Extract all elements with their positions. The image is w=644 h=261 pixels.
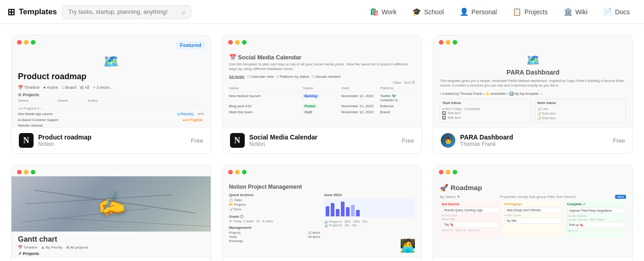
goals-title: Goals ⬡ (229, 215, 320, 219)
card-para-dashboard[interactable]: 🗺️ PARA Dashboard This template gives yo… (433, 35, 633, 154)
card-preview: 📅 Social Media Calendar Use this templat… (223, 35, 422, 128)
card-preview: Notion Project Management Quick Actions … (223, 165, 422, 257)
tab-projects-label: Projects (524, 8, 548, 16)
qa-item-1: 📋 Tasks (229, 198, 320, 203)
roadmap-columns: Not Started Rewrite Query Caching Logic … (440, 201, 626, 238)
tab-personal-label: Personal (472, 8, 497, 16)
bar-1 (326, 206, 329, 216)
card-footer: 👨 PARA Dashboard Thomas Frank Free (433, 128, 632, 153)
table-header: StatusOwnerDates (18, 99, 204, 104)
card-footer: N Gantt Chart Notion Free (12, 257, 211, 261)
sprint-label: Sprint 22 · Sprint 23 · Sprint 24 (442, 229, 499, 232)
svg-line-3 (21, 209, 150, 222)
card-preview: 🗺️ PARA Dashboard This template gives yo… (433, 35, 632, 128)
preview-content: Notion Project Management Quick Actions … (223, 179, 422, 257)
not-started-item-1: Rewrite Query Caching Logic (442, 207, 499, 213)
dot-red (228, 40, 233, 45)
tab-work-label: Work (382, 8, 397, 16)
app-header: ⊞ Templates ⌕ 🛍️ Work 🎓 School 👤 Persona… (0, 0, 644, 24)
smc-row-2: Blog post #10 Posted November 11, 2022 E… (229, 103, 415, 109)
n-letter: N (234, 136, 240, 145)
not-started-meta-1: ● Test Chars (442, 214, 499, 217)
preview-content: 🚀 Roadmap By Status ▼ Properties Group S… (433, 179, 632, 257)
card-preview: 🚀 Roadmap By Status ▼ Properties Group S… (433, 165, 632, 257)
para-cols: Task Inbox ● Nov 5 Days · 3 complete 🔲 T… (440, 99, 626, 123)
tab-projects[interactable]: 📋 Projects (506, 4, 555, 19)
mgmt-roadmap: Roadmap (229, 239, 320, 243)
card-author: Thomas Frank (460, 141, 608, 147)
complete-title: Complete ✓ (567, 203, 624, 206)
cards-grid: Featured 🗺️ Product roadmap 📅 Timeline● … (0, 24, 644, 261)
preview-title: Product roadmap (18, 72, 204, 81)
svg-line-1 (25, 195, 172, 204)
card-social-media-calendar[interactable]: 📅 Social Media Calendar Use this templat… (222, 35, 422, 154)
card-author: Notion (38, 141, 186, 147)
card-preview: Featured 🗺️ Product roadmap 📅 Timeline● … (12, 35, 211, 128)
preview-content: 🗺️ Product roadmap 📅 Timeline● Active□ B… (12, 49, 211, 127)
tab-wiki[interactable]: 🏛️ Wiki (557, 4, 594, 19)
in-progress-col: In Progress New Emojis Don't Render ● Mi… (503, 201, 564, 238)
para-desc: This template gives you a simple, minima… (440, 79, 626, 88)
dot-yellow (235, 40, 240, 45)
sprint-31: Sprint 31 (567, 229, 624, 232)
row-3: AI-Based Customer Support ● In Progress (18, 117, 204, 123)
management-section: Management Projects12 items Tasks48 item… (229, 226, 320, 243)
gantt-title: Gantt chart (18, 235, 204, 244)
projects-label: ⊙ Projects (18, 93, 204, 97)
row-2: New Mobile App Launch ● Planning 40% (18, 111, 204, 117)
dot-yellow (446, 40, 450, 45)
tab-wiki-label: Wiki (575, 8, 587, 16)
mgmt-projects: Projects12 items (229, 231, 320, 235)
task-inbox-title: Task Inbox (442, 101, 529, 105)
tab-work[interactable]: 🛍️ Work (363, 4, 403, 19)
search-box[interactable]: ⌕ (63, 5, 191, 19)
complete-item-1: Improve Third Party Integrations (567, 208, 624, 214)
not-started-title: Not Started (442, 203, 499, 206)
dot-green (453, 170, 457, 174)
card-footer: 🎯 Notion Project Management Abdo Karmall… (223, 257, 422, 261)
preview-content: 📅 Social Media Calendar Use this templat… (223, 49, 422, 127)
smc-title: 📅 Social Media Calendar (229, 54, 415, 61)
tab-docs[interactable]: 📄 Docs (596, 4, 637, 19)
tab-school[interactable]: 🎓 School (405, 4, 451, 19)
goals-detail: ▼ Today: 3 tasks · 2h · 8 notes (229, 220, 320, 223)
card-notion-pm[interactable]: Notion Project Management Quick Actions … (222, 165, 422, 261)
dot-green (242, 40, 247, 45)
tab-school-label: School (424, 8, 444, 16)
not-started-meta-2: Brian Park (442, 218, 499, 220)
logo: ⊞ Templates (7, 6, 57, 17)
person-icon: 🧑‍💻 (400, 238, 416, 253)
note-row-3: 📝 Note item (537, 116, 624, 121)
stat-row-2: 📊 Project B · 4% · 0% · ... (324, 224, 415, 227)
dot-red (439, 40, 443, 45)
tab-docs-label: Docs (615, 8, 630, 16)
card-footer: N Social Media Calendar Notion Free (223, 128, 422, 153)
wiki-icon: 🏛️ (564, 7, 573, 16)
quick-actions: Quick Actions 📋 Tasks 📂 Projects 📝 Docs (229, 193, 320, 212)
card-gantt-chart[interactable]: ✍️ Gantt chart 📅 Timeline▲ By Priority⊞ … (11, 165, 211, 261)
gantt-timeline-header: February 2023Month ▼Today (18, 257, 204, 257)
card-name: PARA Dashboard (460, 133, 608, 141)
projects-subheader: ↗ Projects (18, 251, 204, 256)
dot-yellow (24, 170, 29, 174)
task-row-1: ● Nov 5 Days · 3 complete (442, 107, 529, 111)
complete-item-2: Roll up 🔖 (567, 222, 624, 228)
card-footer: N Roadmap Notion Free (433, 257, 632, 261)
bar-6 (351, 205, 355, 216)
card-product-roadmap[interactable]: Featured 🗺️ Product roadmap 📅 Timeline● … (11, 35, 211, 154)
card-price: Free (402, 137, 414, 144)
goals-section: Goals ⬡ ▼ Today: 3 tasks · 2h · 8 notes (229, 215, 320, 223)
card-roadmap[interactable]: 🚀 Roadmap By Status ▼ Properties Group S… (433, 165, 633, 261)
preview-content: 🗺️ PARA Dashboard This template gives yo… (433, 49, 632, 127)
roadmap-controls: By Status ▼ Properties Group Sub-group F… (440, 195, 626, 199)
card-price: Free (191, 137, 203, 144)
card-name: Product roadmap (38, 133, 186, 141)
management-title: Management (229, 226, 320, 230)
docs-icon: 📄 (603, 7, 612, 16)
tab-personal[interactable]: 👤 Personal (453, 4, 504, 19)
notion-icon: N (230, 133, 245, 148)
search-input[interactable] (69, 8, 178, 15)
bar-5 (346, 207, 350, 216)
qa-item-3: 📝 Docs (229, 207, 320, 212)
n-letter: N (23, 136, 29, 145)
